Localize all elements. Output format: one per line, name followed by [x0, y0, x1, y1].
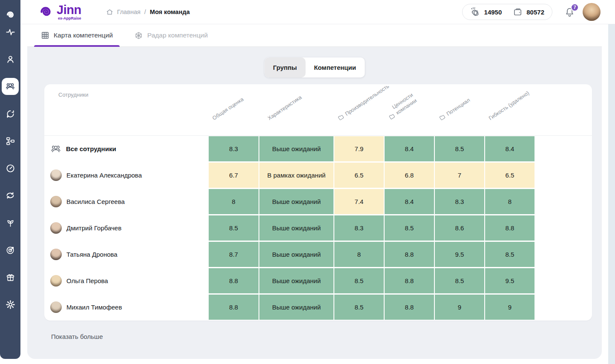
sidebar-item-cycles[interactable] [2, 187, 19, 204]
sync-loop-icon [5, 190, 15, 201]
gear-icon [6, 300, 15, 310]
score-cell: 8.6 [435, 215, 484, 241]
column-header-label: Общая оценка [211, 96, 244, 121]
employee-name-cell[interactable]: Все сотрудники [44, 136, 209, 161]
employee-name-cell[interactable]: Екатерина Александрова [44, 163, 209, 188]
score-cell: Выше ожиданий [259, 295, 333, 320]
column-headers: Сотрудники Общая оценкаХарактеристикаПро… [44, 84, 592, 136]
gauge-icon [6, 163, 15, 173]
score-cell: 8.8 [385, 242, 434, 267]
claps-counter[interactable]: 14950 [470, 7, 502, 17]
wallet-value: 80572 [526, 9, 544, 16]
home-icon[interactable] [106, 9, 113, 16]
score-cell: 8.4 [385, 136, 434, 161]
jinn-logo[interactable]: Jinn ex-AppRaise [37, 4, 81, 20]
wallet-counter[interactable]: 80572 [513, 7, 544, 17]
plant-icon [6, 218, 15, 228]
score-cell: 8 [209, 189, 259, 214]
sidebar-item-performance[interactable] [2, 160, 19, 177]
table-row[interactable]: Ольга Перова8.8Выше ожиданий8.58.88.59.5 [44, 268, 592, 295]
content-panel: Группы Компетенции Сотрудники Общая оцен… [27, 47, 602, 359]
employees-column-header: Сотрудники [58, 92, 88, 98]
score-cell: Выше ожиданий [259, 215, 333, 241]
employee-name-cell[interactable]: Василиса Сергеева [44, 189, 209, 214]
employee-name: Татьяна Дронова [66, 251, 118, 258]
score-cell: 8.8 [485, 215, 535, 241]
employee-avatar [50, 196, 62, 207]
employee-name-cell[interactable]: Дмитрий Горбачев [44, 215, 209, 241]
sidebar-item-dialogs[interactable] [2, 105, 19, 122]
sidebar-item-my-team[interactable] [2, 78, 19, 95]
column-header: Гибкость (удалено) [488, 90, 530, 121]
score-cell: 8.8 [385, 268, 434, 293]
logo-subtitle: ex-AppRaise [58, 17, 81, 20]
breadcrumb-home[interactable]: Главная [117, 9, 141, 15]
score-cell: В рамках ожиданий [259, 163, 333, 188]
employee-name-cell[interactable]: Ольга Перова [44, 268, 209, 293]
score-cell: 6.8 [385, 163, 434, 188]
breadcrumb: Главная / Моя команда [106, 9, 190, 16]
column-header[interactable]: Ценности компании [384, 87, 425, 121]
notifications-bell[interactable]: 7 [564, 7, 575, 17]
toggle-competencies[interactable]: Компетенции [305, 57, 365, 77]
sidebar-item-structure[interactable] [2, 132, 19, 149]
user-avatar[interactable] [583, 3, 601, 21]
score-cell: 8 [334, 242, 384, 267]
sidebar-item-profile[interactable] [2, 51, 19, 68]
show-more-button[interactable]: Показать больше [51, 333, 103, 340]
employee-name-cell[interactable]: Татьяна Дронова [44, 242, 209, 267]
column-header-label: Производительность [344, 84, 390, 117]
column-header[interactable]: Потенциал [438, 97, 471, 122]
column-header: Характеристика [267, 94, 303, 121]
radar-icon [134, 31, 143, 40]
wallet-icon [513, 7, 523, 17]
sidebar-item-settings[interactable] [2, 296, 19, 313]
score-cell: 8.5 [435, 268, 484, 293]
tab-competency-radar[interactable]: Радар компетенций [127, 24, 215, 46]
table-row[interactable]: Михаил Тимофеев8.8Выше ожиданий8.58.899 [44, 295, 592, 321]
jinn-spiral-icon[interactable] [2, 6, 19, 23]
column-header-label: Потенциал [445, 97, 471, 117]
folder-icon [337, 113, 345, 121]
score-cell: 8.4 [485, 136, 535, 161]
claps-value: 14950 [484, 9, 502, 16]
score-cell: 8.3 [334, 215, 384, 241]
gift-icon [6, 272, 15, 282]
employee-name: Ольга Перова [66, 277, 108, 284]
notification-badge: 7 [571, 3, 579, 11]
jinn-logo-spiral-icon [37, 4, 54, 20]
table-rows: Все сотрудники8.3Выше ожиданий7.98.48.58… [44, 136, 592, 321]
breadcrumb-separator: / [144, 9, 146, 15]
sidebar-item-goals[interactable] [2, 241, 19, 258]
table-row[interactable]: Василиса Сергеева8Выше ожиданий7.48.48.3… [44, 189, 592, 215]
employee-avatar [50, 275, 62, 287]
table-row[interactable]: Татьяна Дронова8.7Выше ожиданий88.89.58.… [44, 242, 592, 268]
score-cell: 9.5 [485, 268, 535, 293]
score-cell: 8.5 [385, 215, 434, 241]
score-cell: Выше ожиданий [259, 268, 333, 293]
table-row[interactable]: Дмитрий Горбачев8.5Выше ожиданий8.38.58.… [44, 215, 592, 242]
employee-name: Все сотрудники [66, 145, 116, 152]
employee-name-cell[interactable]: Михаил Тимофеев [44, 295, 209, 320]
sidebar-item-rewards[interactable] [2, 269, 19, 286]
score-cell: 8.3 [435, 189, 484, 214]
table-row[interactable]: Все сотрудники8.3Выше ожиданий7.98.48.58… [44, 136, 592, 163]
column-header[interactable]: Производительность [337, 84, 391, 122]
employee-name: Михаил Тимофеев [66, 304, 122, 311]
sidebar-item-development[interactable] [2, 214, 19, 231]
sidebar-item-activity[interactable] [2, 23, 19, 40]
score-cell: 6.7 [209, 163, 259, 188]
sidebar [0, 0, 20, 359]
score-cell: 7 [435, 163, 484, 188]
scrollbar-track[interactable] [608, 24, 615, 364]
tab-label: Радар компетенций [147, 32, 208, 39]
toggle-groups[interactable]: Группы [264, 57, 305, 77]
tab-competency-map[interactable]: Карта компетенций [34, 24, 120, 46]
table-row[interactable]: Екатерина Александрова6.7В рамках ожидан… [44, 163, 592, 189]
employee-name: Дмитрий Горбачев [66, 224, 121, 232]
view-toggle: Группы Компетенции [264, 57, 365, 77]
pulse-icon [6, 27, 15, 37]
stats-pill: 14950 80572 [462, 4, 552, 20]
score-cell: 8.5 [435, 136, 484, 161]
score-cell: Выше ожиданий [259, 242, 333, 267]
